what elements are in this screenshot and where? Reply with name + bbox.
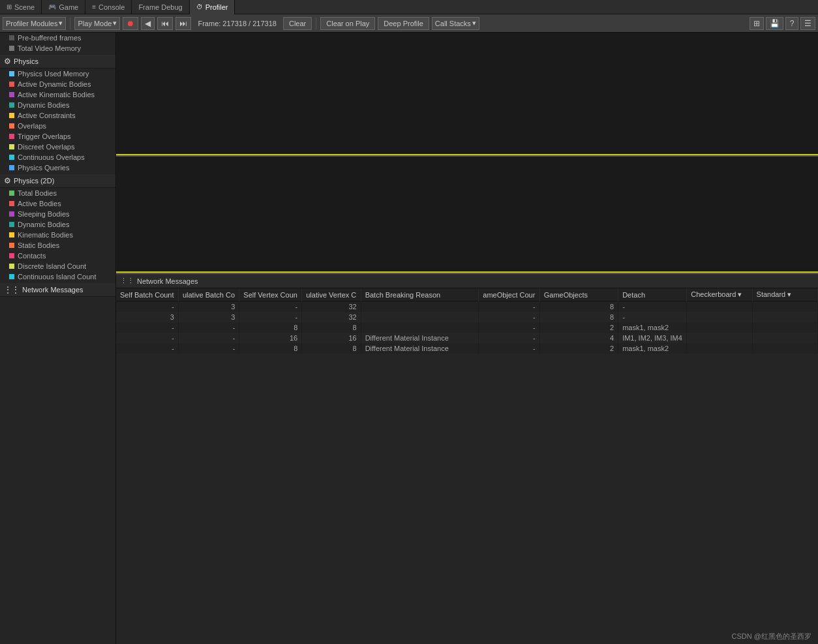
dot-active-constraints (9, 113, 14, 118)
td-gameobj-count: - (479, 312, 539, 322)
data-table-container[interactable]: Self Batch Count ulative Batch Co Self V… (116, 288, 818, 644)
step-back-button[interactable]: ⏮ (157, 17, 173, 30)
sidebar-item-discrete-island[interactable]: Discrete Island Count (0, 261, 115, 271)
td-self-vertex: 8 (239, 322, 302, 333)
td-gameobjects: mask1, mask2 (618, 322, 687, 333)
toolbar: Profiler Modules ▾ Play Mode ▾ ⏺ ◀ ⏮ ⏭ F… (0, 14, 818, 33)
sidebar-item-dynamic-bodies[interactable]: Dynamic Bodies (0, 100, 115, 110)
tab-scene[interactable]: ⊞ Scene (0, 0, 42, 14)
prev-frame-button[interactable]: ◀ (141, 17, 155, 30)
sidebar-item-active-dynamic-bodies[interactable]: Active Dynamic Bodies (0, 79, 115, 89)
table-row[interactable]: - - 8 8 - 2 mask1, mask2 (116, 322, 818, 333)
td-batch-breaking: Different Material Instance (361, 343, 479, 354)
standard-arrow: ▾ (787, 290, 791, 298)
sidebar-section-physics[interactable]: ⚙ Physics (0, 55, 115, 69)
th-detach[interactable]: Detach (618, 288, 687, 301)
th-self-batch[interactable]: Self Batch Count (116, 288, 178, 301)
sidebar-item-continuous-overlaps[interactable]: Continuous Overlaps (0, 152, 115, 162)
tab-profiler[interactable]: ⏱ Profiler (190, 0, 235, 14)
toolbar-icon-2[interactable]: 💾 (766, 17, 783, 30)
sidebar-item-video-memory[interactable]: Total Video Memory (0, 43, 115, 54)
prebuffered-color (9, 35, 14, 40)
clear-on-play-button[interactable]: Clear on Play (320, 17, 375, 30)
table-row[interactable]: - - 16 16 Different Material Instance - … (116, 333, 818, 343)
sidebar-item-static-bodies[interactable]: Static Bodies (0, 240, 115, 251)
td-checkerboard (752, 322, 817, 333)
th-gameobjects[interactable]: GameObjects (539, 288, 618, 301)
dot-contacts (9, 253, 14, 258)
td-checkerboard (752, 301, 817, 313)
th-cum-vertex[interactable]: ulative Vertex C (302, 288, 361, 301)
menu-icon-btn[interactable]: ☰ (800, 17, 815, 30)
sidebar-item-continuous-island[interactable]: Continuous Island Count (0, 271, 115, 282)
record-button[interactable]: ⏺ (123, 17, 138, 30)
th-cum-batch[interactable]: ulative Batch Co (178, 288, 239, 301)
td-gameobjects-count: 2 (539, 322, 618, 333)
td-cum-vertex: 8 (302, 322, 361, 333)
td-cum-vertex: 32 (302, 301, 361, 313)
table-row[interactable]: - - 8 8 Different Material Instance - 2 … (116, 343, 818, 354)
sidebar-item-sleeping-bodies[interactable]: Sleeping Bodies (0, 209, 115, 219)
sidebar-item-total-bodies[interactable]: Total Bodies (0, 188, 115, 198)
toolbar-icon-1[interactable]: ⊞ (750, 17, 764, 30)
td-checkerboard (752, 343, 817, 354)
td-detach (687, 301, 752, 313)
th-checkerboard[interactable]: Checkerboard ▾ (687, 288, 752, 301)
sidebar-item-active-bodies[interactable]: Active Bodies (0, 198, 115, 209)
th-standard[interactable]: Standard ▾ (752, 288, 817, 301)
tab-game[interactable]: 🎮 Game (42, 0, 85, 14)
sidebar-item-trigger-overlaps[interactable]: Trigger Overlaps (0, 131, 115, 142)
separator-2 (316, 18, 316, 29)
sidebar-item-prebuffered[interactable]: Pre-buffered frames (0, 33, 115, 43)
tab-console[interactable]: ≡ Console (85, 0, 132, 14)
profiler-modules-dropdown[interactable]: Profiler Modules ▾ (3, 17, 66, 30)
frame-counter: Frame: 217318 / 217318 (194, 20, 280, 27)
sidebar-item-physics-used-memory[interactable]: Physics Used Memory (0, 69, 115, 79)
scene-icon: ⊞ (7, 3, 12, 10)
table-row[interactable]: - 3 - 32 - 8 - (116, 301, 818, 313)
sidebar-item-overlaps[interactable]: Overlaps (0, 121, 115, 131)
call-stacks-dropdown[interactable]: Call Stacks ▾ (432, 17, 479, 30)
physics2d-chart-region (116, 157, 818, 274)
sidebar-item-dynamic-bodies-2d[interactable]: Dynamic Bodies (0, 219, 115, 230)
dot-kinematic-bodies (9, 232, 14, 238)
td-detach (687, 343, 752, 354)
dot-continuous-overlaps (9, 155, 14, 160)
play-mode-dropdown[interactable]: Play Mode ▾ (74, 17, 120, 30)
physics2d-section-icon: ⚙ (4, 176, 11, 185)
clear-button[interactable]: Clear (283, 17, 312, 30)
td-gameobjects: - (618, 312, 687, 322)
td-gameobjects-count: 8 (539, 312, 618, 322)
dot-dynamic-bodies-2d (9, 222, 14, 227)
sidebar-item-contacts[interactable]: Contacts (0, 251, 115, 261)
sidebar-item-kinematic-bodies[interactable]: Kinematic Bodies (0, 230, 115, 240)
network-messages-header: ⋮⋮ Network Messages (116, 274, 818, 288)
console-icon: ≡ (92, 3, 96, 10)
dot-total-bodies (9, 191, 14, 196)
th-gameobj-count[interactable]: ameObject Cour (479, 288, 539, 301)
dot-physics-used-memory (9, 71, 14, 76)
sidebar-item-active-constraints[interactable]: Active Constraints (0, 110, 115, 121)
sidebar-section-network[interactable]: ⋮⋮ Network Messages (0, 283, 115, 297)
sidebar-section-physics2d[interactable]: ⚙ Physics (2D) (0, 174, 115, 188)
td-self-vertex: - (239, 301, 302, 313)
profiler-icon: ⏱ (196, 3, 203, 10)
td-detach (687, 312, 752, 322)
dot-overlaps (9, 123, 14, 129)
th-batch-breaking[interactable]: Batch Breaking Reason (361, 288, 479, 301)
tab-frame-debug[interactable]: Frame Debug (132, 0, 189, 14)
dot-continuous-island (9, 274, 14, 279)
step-forward-button[interactable]: ⏭ (175, 17, 191, 30)
help-icon-btn[interactable]: ? (785, 17, 798, 30)
sidebar-item-active-kinematic-bodies[interactable]: Active Kinematic Bodies (0, 89, 115, 100)
td-gameobjects-count: 4 (539, 333, 618, 343)
dot-active-bodies (9, 201, 14, 206)
sidebar-item-physics-queries[interactable]: Physics Queries (0, 162, 115, 173)
video-memory-color (9, 46, 14, 51)
chevron-down-icon: ▾ (59, 19, 63, 27)
table-row[interactable]: 3 3 - 32 - 8 - (116, 312, 818, 322)
sidebar-item-discreet-overlaps[interactable]: Discreet Overlaps (0, 142, 115, 152)
td-cum-vertex: 8 (302, 343, 361, 354)
th-self-vertex[interactable]: Self Vertex Coun (239, 288, 302, 301)
deep-profile-button[interactable]: Deep Profile (378, 17, 429, 30)
